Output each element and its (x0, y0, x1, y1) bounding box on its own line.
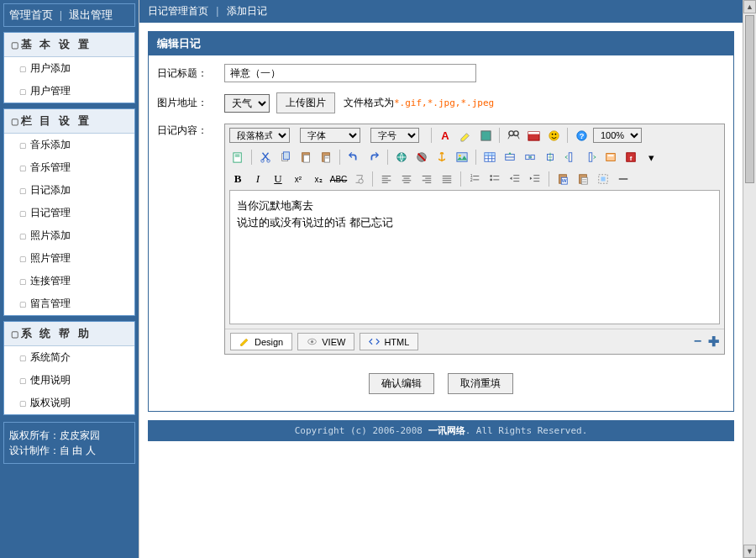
strikethrough-icon[interactable]: ABC (330, 171, 347, 187)
insert-col-left-icon[interactable] (562, 149, 579, 166)
image-icon[interactable] (454, 149, 470, 166)
copy-icon[interactable] (277, 149, 294, 166)
table-icon[interactable] (481, 149, 498, 166)
unordered-list-icon[interactable] (486, 171, 503, 187)
emoji-icon[interactable] (545, 127, 562, 144)
link-icon[interactable] (393, 149, 410, 166)
sidebar-item-link-manage[interactable]: 连接管理 (4, 270, 134, 292)
upload-image-button[interactable]: 上传图片 (276, 92, 335, 113)
copyright-line2: 设计制作：自 由 人 (9, 443, 129, 458)
svg-rect-0 (480, 130, 490, 140)
admin-home-link[interactable]: 管理首页 (9, 8, 53, 21)
split-cell-icon[interactable] (542, 149, 559, 166)
cancel-button[interactable]: 取消重填 (448, 373, 513, 394)
breadcrumb-home[interactable]: 日记管理首页 (148, 5, 208, 17)
svg-rect-20 (303, 155, 309, 162)
bgcolor-icon[interactable] (477, 127, 494, 144)
menu-header-column: 栏 目 设 置 (4, 109, 134, 134)
content-panel: 编辑日记 日记标题： 图片地址： 天气 上传图片 文件格式为 *.gif,*.j… (148, 31, 734, 412)
sidebar-item-guestbook-manage[interactable]: 留言管理 (4, 292, 134, 315)
underline-icon[interactable]: U (270, 171, 286, 187)
paste-plain-icon[interactable] (575, 171, 591, 187)
merge-cell-icon[interactable] (522, 149, 538, 166)
collapse-icon[interactable]: − (694, 334, 701, 350)
select-all-icon[interactable] (595, 171, 612, 187)
subscript-icon[interactable]: x₂ (310, 171, 327, 187)
bold-icon[interactable]: B (229, 171, 246, 187)
scroll-down-icon[interactable]: ▼ (743, 545, 756, 558)
sidebar-item-usage[interactable]: 使用说明 (4, 369, 134, 392)
align-right-icon[interactable] (418, 171, 435, 187)
breadcrumb-add[interactable]: 添加日记 (227, 5, 267, 17)
align-justify-icon[interactable] (438, 171, 455, 187)
svg-rect-40 (569, 153, 572, 162)
unlink-icon[interactable] (413, 149, 430, 166)
ordered-list-icon[interactable]: 12 (466, 171, 483, 187)
svg-point-68 (490, 179, 492, 182)
paste-text-icon[interactable] (318, 149, 334, 166)
sidebar-item-photo-add[interactable]: 照片添加 (4, 224, 134, 247)
editor-content[interactable]: 当你沉默地离去 说过的或没有说过的话 都已忘记 (229, 190, 720, 324)
svg-line-4 (517, 135, 519, 139)
tab-html[interactable]: HTML (360, 333, 418, 350)
confirm-button[interactable]: 确认编辑 (369, 373, 434, 394)
weather-select[interactable]: 天气 (224, 94, 270, 113)
expand-icon[interactable]: ✚ (708, 334, 719, 350)
zoom-select[interactable]: 100% (593, 128, 642, 143)
anchor-icon[interactable] (433, 149, 450, 166)
sidebar-item-user-manage[interactable]: 用户管理 (4, 80, 134, 103)
sidebar-item-photo-manage[interactable]: 照片管理 (4, 247, 134, 270)
insert-col-right-icon[interactable] (582, 149, 599, 166)
svg-point-9 (554, 133, 556, 134)
new-icon[interactable] (229, 149, 246, 166)
scroll-up-icon[interactable]: ▲ (743, 0, 756, 13)
italic-icon[interactable]: I (249, 171, 266, 187)
size-select[interactable]: 字号 (370, 128, 419, 143)
menu-header-basic: 基 本 设 置 (4, 33, 134, 57)
paste-icon[interactable] (297, 149, 314, 166)
help-icon[interactable]: ? (573, 127, 590, 144)
panel-title: 编辑日记 (149, 32, 733, 55)
paste-word-icon[interactable]: W (554, 171, 571, 187)
font-select[interactable]: 字体 (300, 128, 360, 143)
find-icon[interactable] (505, 127, 522, 144)
highlight-icon[interactable] (457, 127, 474, 144)
redo-icon[interactable] (365, 149, 382, 166)
hr-icon[interactable] (615, 171, 632, 187)
symbol-dropdown-icon[interactable]: ▾ (643, 149, 659, 166)
tab-view[interactable]: VIEW (297, 333, 354, 350)
menu-basic: 基 本 设 置 用户添加 用户管理 (3, 32, 135, 103)
outdent-icon[interactable] (507, 171, 523, 187)
font-color-icon[interactable]: A (437, 127, 454, 144)
scrollbar[interactable]: ▲ ▼ (743, 0, 756, 558)
logout-link[interactable]: 退出管理 (69, 8, 113, 21)
indent-icon[interactable] (527, 171, 543, 187)
remove-format-icon[interactable] (350, 171, 367, 187)
svg-text:?: ? (579, 132, 584, 140)
cut-icon[interactable] (257, 149, 274, 166)
sidebar-item-music-add[interactable]: 音乐添加 (4, 134, 134, 156)
form-icon[interactable] (602, 149, 619, 166)
insert-row-icon[interactable] (501, 149, 518, 166)
top-links: 管理首页 | 退出管理 (3, 3, 135, 27)
sidebar-item-about[interactable]: 系统简介 (4, 346, 134, 369)
flash-icon[interactable]: f (622, 149, 639, 166)
sidebar-item-user-add[interactable]: 用户添加 (4, 57, 134, 80)
diary-title-input[interactable] (224, 64, 476, 82)
tab-design[interactable]: Design (230, 333, 292, 350)
sidebar-item-diary-add[interactable]: 日记添加 (4, 179, 134, 202)
svg-point-67 (490, 175, 492, 177)
scrollbar-thumb[interactable] (745, 15, 754, 183)
date-icon[interactable] (525, 127, 542, 144)
align-center-icon[interactable] (398, 171, 415, 187)
menu-column: 栏 目 设 置 音乐添加 音乐管理 日记添加 日记管理 照片添加 照片管理 连接… (3, 108, 135, 316)
sidebar-item-copyright[interactable]: 版权说明 (4, 392, 134, 414)
align-left-icon[interactable] (378, 171, 395, 187)
svg-point-8 (551, 133, 553, 134)
svg-text:W: W (562, 177, 567, 183)
paragraph-select[interactable]: 段落格式 (229, 128, 290, 143)
undo-icon[interactable] (345, 149, 362, 166)
sidebar-item-music-manage[interactable]: 音乐管理 (4, 156, 134, 179)
sidebar-item-diary-manage[interactable]: 日记管理 (4, 202, 134, 224)
superscript-icon[interactable]: x² (290, 171, 307, 187)
